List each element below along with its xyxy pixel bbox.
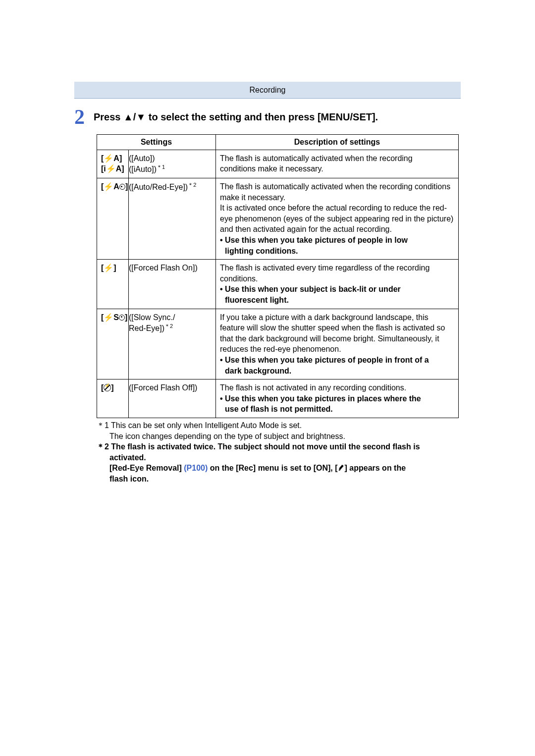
flash-iauto-icon: [i⚡A] [101, 163, 126, 174]
iauto-label: ([iAuto])＊1 [129, 163, 213, 175]
forced-off-label: ([Forced Flash Off]) [129, 383, 197, 392]
description-text: The flash is not activated in any record… [220, 382, 454, 393]
description-text: If you take a picture with a dark backgr… [220, 312, 454, 355]
flash-forced-off-icon: [] [101, 383, 114, 392]
footnote-ref-2: ＊2 [164, 323, 173, 329]
slow-sync-label-line1: ([Slow Sync./ [129, 312, 213, 323]
flash-slow-sync-icon: [⚡S] [101, 313, 127, 322]
description-text: The flash is automatically activated whe… [220, 153, 454, 164]
flash-off-icon [104, 384, 111, 391]
usage-note: fluorescent light. [220, 295, 454, 306]
footnote-2-body: activated. [97, 452, 461, 463]
breadcrumb-text: Recording [250, 86, 286, 95]
usage-note: dark background. [220, 366, 454, 377]
flash-auto-icon: [⚡A] [101, 153, 126, 164]
step-2: 2 Press ▲/▼ to select the setting and th… [74, 107, 461, 127]
footnote-1: ＊1 This can be set only when Intelligent… [97, 420, 461, 431]
table-row: [⚡A] [i⚡A] ([Auto]) ([iAuto])＊1 The flas… [97, 150, 459, 178]
table-row: [⚡] ([Forced Flash On]) The flash is act… [97, 260, 459, 309]
header-settings: Settings [97, 135, 216, 150]
footnote-ref-2: ＊2 [188, 182, 196, 188]
step-instruction: Press ▲/▼ to select the setting and then… [94, 111, 378, 123]
usage-note: use of flash is not permitted. [220, 404, 454, 415]
settings-table: Settings Description of settings [⚡A] [i… [97, 134, 459, 418]
step-number: 2 [74, 107, 85, 127]
usage-note: Use this when you take pictures of peopl… [220, 355, 454, 366]
p100-link[interactable]: (P100) [184, 464, 208, 472]
footnote-2: ＊2 The flash is activated twice. The sub… [97, 441, 461, 452]
footnote-2-body2: [Red-Eye Removal] (P100) on the [Rec] me… [97, 463, 461, 474]
description-text: The flash is automatically activated whe… [220, 181, 454, 203]
slow-sync-label-line2: Red-Eye])＊2 [129, 323, 213, 334]
table-row: [⚡A] ([Auto/Red-Eye])＊2 The flash is aut… [97, 178, 459, 260]
table-row: [] ([Forced Flash Off]) The flash is not… [97, 379, 459, 418]
flash-forced-on-icon: [⚡] [101, 264, 116, 272]
forced-on-label: ([Forced Flash On]) [129, 264, 198, 272]
pencil-icon [338, 465, 345, 472]
breadcrumb: Recording [74, 82, 461, 99]
footnote-ref-1: ＊1 [157, 164, 165, 170]
redeye-icon [119, 184, 125, 190]
description-text: The flash is activated every time regard… [220, 263, 454, 284]
header-description: Description of settings [216, 135, 459, 150]
auto-label: ([Auto]) [129, 153, 213, 164]
table-row: [⚡S] ([Slow Sync./ Red-Eye])＊2 If you ta… [97, 309, 459, 379]
usage-note: Use this when you take pictures in place… [220, 393, 454, 404]
flash-auto-redeye-icon: [⚡A] [101, 182, 128, 191]
description-text: conditions make it necessary. [220, 163, 454, 174]
redeye-icon [119, 315, 125, 321]
usage-note: lighting conditions. [220, 246, 454, 257]
description-text: It is activated once before the actual r… [220, 203, 454, 235]
usage-note: Use this when your subject is back-lit o… [220, 284, 454, 295]
footnotes: ＊1 This can be set only when Intelligent… [97, 420, 461, 485]
usage-note: Use this when you take pictures of peopl… [220, 235, 454, 246]
auto-redeye-label: ([Auto/Red-Eye]) [129, 183, 188, 191]
footnote-2-body3: flash icon. [97, 474, 461, 485]
footnote-1-body: The icon changes depending on the type o… [97, 431, 461, 442]
